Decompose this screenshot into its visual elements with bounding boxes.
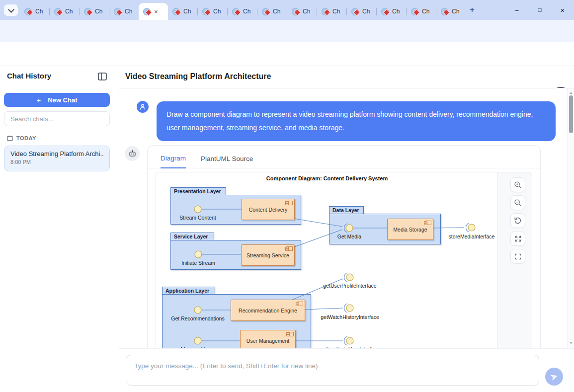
interface-get-recommendations-label: Get Recommendations [165, 315, 230, 321]
browser-tab[interactable]: Ch [407, 3, 436, 20]
browser-tab[interactable]: Ch [109, 3, 139, 20]
tab-diagram[interactable]: Diagram [161, 155, 186, 168]
assistant-avatar [125, 146, 140, 161]
chat-history-item[interactable]: Video Streaming Platform Archi... 8:00 P… [4, 146, 110, 171]
interface-store-media-label: storeMediaInterface [439, 234, 504, 239]
component-user-management: User Management [240, 330, 296, 348]
new-chat-button[interactable]: + New Chat [4, 93, 110, 107]
tab-label: Ch [243, 8, 250, 15]
user-message-bubble: Draw a component diagram to represent a … [157, 101, 556, 141]
app-header: Chatbot Visual Paradigm AI Assistant for… [0, 42, 574, 66]
visual-paradigm-favicon-icon [262, 8, 269, 15]
visual-paradigm-favicon-icon [381, 8, 389, 15]
interface-stream-content-label: Stream Content [165, 215, 230, 221]
tab-search-chevron-button[interactable] [4, 4, 18, 16]
sidebar: Chat History + New Chat TODAY Video Stre… [0, 66, 119, 392]
conversation-title: Video Streaming Platform Architecture [125, 72, 271, 81]
expand-button[interactable] [510, 231, 525, 246]
component-icon [287, 332, 294, 336]
tab-label: Ch [362, 8, 370, 15]
browser-window: ChChChCh×ChChChChChChChChChCh + − □ × ← … [0, 0, 574, 392]
visual-paradigm-favicon-icon [292, 8, 299, 15]
tab-separator [227, 8, 228, 15]
tab-separator [287, 8, 287, 15]
window-minimize-button[interactable]: − [509, 2, 524, 17]
today-label: TODAY [16, 135, 36, 141]
tab-separator [197, 8, 198, 15]
chat-history-title: Chat History [7, 72, 51, 80]
tab-plantuml-source[interactable]: PlantUML Source [201, 155, 253, 168]
browser-tab[interactable]: Ch [436, 3, 466, 20]
tab-label: Ch [422, 8, 429, 15]
tab-label: Ch [303, 8, 310, 15]
paper-plane-icon [550, 373, 559, 381]
browser-toolbar: ← → ai-toolbox.visual-paradigm.com/app/c… [0, 20, 574, 42]
interface-get-watch-history-label: getWatchHistoryInterface [318, 314, 382, 320]
scrollbar-thumb[interactable] [569, 95, 573, 133]
tab-label: Ch [273, 8, 280, 15]
browser-tab[interactable]: Ch [228, 3, 257, 20]
browser-tab[interactable]: Ch [20, 3, 49, 20]
calendar-icon [7, 135, 13, 141]
visual-paradigm-favicon-icon [232, 8, 240, 15]
tab-label: Ch [332, 8, 340, 15]
package-presentation-layer-tab: Presentation Layer [170, 187, 226, 195]
new-chat-label: New Chat [48, 96, 77, 104]
message-input[interactable] [126, 355, 539, 386]
robot-icon [128, 150, 137, 158]
browser-tab[interactable]: Ch [80, 3, 109, 20]
window-maximize-button[interactable]: □ [532, 2, 547, 17]
zoom-out-button[interactable] [510, 195, 525, 210]
component-icon [425, 221, 431, 225]
tab-label: Ch [65, 8, 73, 15]
chat-scroll-area[interactable]: Draw a component diagram to represent a … [119, 88, 574, 348]
interface-authenticate-user-label: authenticateUserInterface [318, 346, 382, 348]
browser-tab-active[interactable]: × [139, 3, 168, 20]
tab-separator [317, 8, 317, 15]
tab-separator [79, 8, 80, 15]
vertical-scrollbar[interactable]: ▲ ▼ [567, 88, 574, 348]
message-composer [119, 348, 574, 392]
assistant-response-card: Diagram PlantUML Source Component Diagra… [147, 145, 541, 348]
fullscreen-button[interactable] [510, 249, 525, 264]
package-data-layer-tab: Data Layer [329, 206, 364, 214]
zoom-in-icon [514, 181, 522, 189]
expand-icon [514, 235, 522, 242]
zoom-in-button[interactable] [510, 177, 525, 192]
diagram-viewer[interactable]: Component Diagram: Content Delivery Syst… [156, 172, 532, 348]
search-chats-input[interactable] [4, 111, 110, 126]
browser-tab[interactable]: Ch [198, 3, 227, 20]
browser-tab[interactable]: Ch [287, 3, 317, 20]
browser-tab[interactable]: Ch [377, 3, 406, 20]
fullscreen-icon [514, 253, 522, 260]
component-icon [286, 201, 293, 205]
browser-tab[interactable]: Ch [168, 3, 197, 20]
interface-manage-users-label: Manage Users [165, 346, 230, 348]
tab-separator [346, 8, 347, 15]
reset-view-button[interactable] [510, 213, 525, 228]
component-media-storage: Media Storage [387, 219, 433, 240]
new-tab-button[interactable]: + [466, 4, 478, 16]
browser-tab[interactable]: Ch [257, 3, 287, 20]
tab-separator [406, 8, 407, 15]
collapse-sidebar-button[interactable] [98, 73, 107, 82]
browser-tab[interactable]: Ch [317, 3, 346, 20]
visual-paradigm-favicon-icon [441, 8, 448, 15]
browser-tab[interactable]: Ch [347, 3, 376, 20]
diagram-canvas[interactable]: Component Diagram: Content Delivery Syst… [156, 172, 498, 348]
tab-close-icon[interactable]: × [154, 8, 158, 15]
component-streaming-service: Streaming Service [241, 244, 295, 266]
scroll-down-icon[interactable]: ▼ [568, 341, 574, 345]
visual-paradigm-favicon-icon [172, 8, 180, 15]
chat-item-time: 8:00 PM [10, 159, 103, 165]
browser-tab[interactable]: Ch [50, 3, 79, 20]
package-service-layer-tab: Service Layer [170, 233, 214, 240]
result-tabs: Diagram PlantUML Source [148, 146, 540, 168]
scroll-up-icon[interactable]: ▲ [568, 90, 574, 95]
tab-label: Ch [125, 8, 132, 15]
send-button[interactable] [545, 368, 563, 386]
component-recommendation-engine: Recommendation Engine [231, 300, 305, 321]
tab-separator [109, 8, 109, 15]
component-icon [297, 302, 303, 306]
window-close-button[interactable]: × [555, 2, 570, 17]
